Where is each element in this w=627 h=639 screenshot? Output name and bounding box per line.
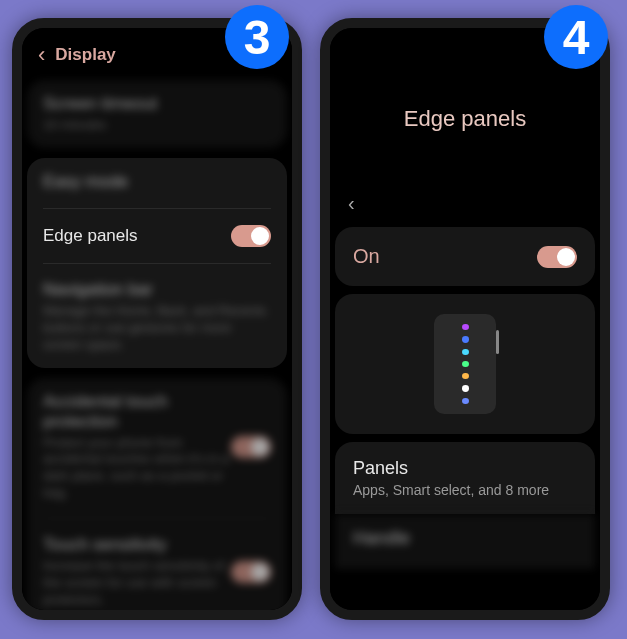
accidental-touch-row[interactable]: Accidental touch protection Protect your… — [43, 392, 271, 515]
color-dot — [462, 349, 469, 355]
touch-section: Accidental touch protection Protect your… — [27, 378, 287, 610]
panels-row[interactable]: Panels Apps, Smart select, and 8 more — [335, 442, 595, 514]
panels-title: Panels — [353, 458, 577, 479]
on-label: On — [353, 245, 380, 268]
color-dot — [462, 373, 469, 379]
step-badge-3: 3 — [225, 5, 289, 69]
step-badge-4: 4 — [544, 5, 608, 69]
edge-section: Easy mode Edge panels Navigation bar Man… — [27, 158, 287, 368]
accidental-sub: Protect your phone from accidental touch… — [43, 435, 231, 503]
preview-handle-icon — [496, 330, 499, 354]
divider — [43, 518, 271, 519]
panels-sub: Apps, Smart select, and 8 more — [353, 482, 577, 498]
edge-panels-row[interactable]: Edge panels — [43, 213, 271, 259]
screen-right: Edge panels ‹ On Panels Apps, Smart sele… — [330, 28, 600, 610]
accidental-toggle[interactable] — [231, 436, 271, 458]
divider — [43, 263, 271, 264]
touch-sens-title: Touch sensitivity — [43, 535, 231, 555]
nav-bar-title: Navigation bar — [43, 280, 271, 300]
page-title: Display — [55, 45, 115, 65]
screen-left: ‹ Display Screen timeout 10 minutes Easy… — [22, 28, 292, 610]
divider — [43, 208, 271, 209]
screen-timeout-section[interactable]: Screen timeout 10 minutes — [27, 80, 287, 148]
on-toggle[interactable] — [537, 246, 577, 268]
phone-right: Edge panels ‹ On Panels Apps, Smart sele… — [320, 18, 610, 620]
color-dot — [462, 385, 469, 391]
phone-left: ‹ Display Screen timeout 10 minutes Easy… — [12, 18, 302, 620]
color-dot — [462, 398, 469, 404]
back-icon[interactable]: ‹ — [38, 44, 45, 66]
color-dot — [462, 324, 469, 330]
touch-sens-toggle[interactable] — [231, 561, 271, 583]
edge-panels-toggle[interactable] — [231, 225, 271, 247]
nav-bar-sub: Manage the Home, Back, and Recents butto… — [43, 303, 271, 354]
easy-mode-title: Easy mode — [43, 172, 128, 192]
color-dot — [462, 361, 469, 367]
on-toggle-row[interactable]: On — [335, 227, 595, 286]
color-dot — [462, 336, 469, 342]
handle-row[interactable]: Handle — [335, 514, 595, 569]
screen-timeout-title: Screen timeout — [43, 94, 271, 114]
screen-timeout-sub: 10 minutes — [43, 117, 271, 134]
back-chevron-icon[interactable]: ‹ — [330, 192, 600, 227]
navigation-bar-row[interactable]: Navigation bar Manage the Home, Back, an… — [43, 268, 271, 354]
handle-title: Handle — [353, 528, 577, 549]
panel-preview-box — [434, 314, 496, 414]
edge-panels-title: Edge panels — [43, 226, 138, 246]
touch-sensitivity-row[interactable]: Touch sensitivity Increase the touch sen… — [43, 523, 271, 609]
easy-mode-row[interactable]: Easy mode — [43, 172, 271, 204]
accidental-title: Accidental touch protection — [43, 392, 231, 432]
panel-preview-section[interactable] — [335, 294, 595, 434]
touch-sens-sub: Increase the touch sensitivity of the sc… — [43, 558, 231, 609]
